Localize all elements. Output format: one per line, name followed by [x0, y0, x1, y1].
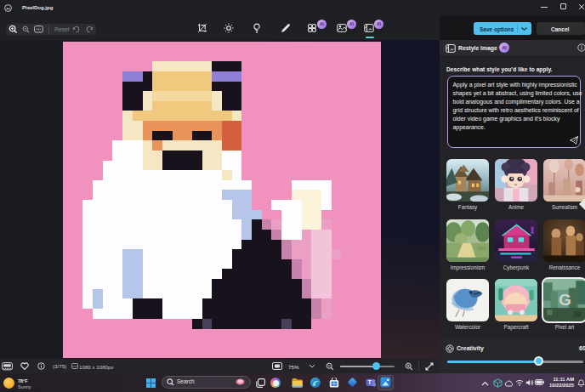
- svg-text:T: T: [368, 379, 372, 385]
- svg-text:G: G: [559, 291, 571, 309]
